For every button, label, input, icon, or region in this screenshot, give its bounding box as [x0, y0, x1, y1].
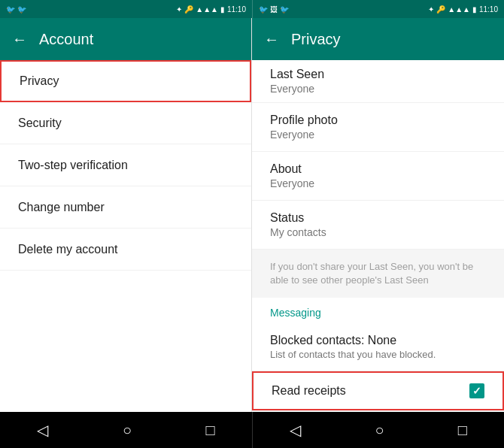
about-subtitle: Everyone [270, 177, 486, 189]
menu-item-two-step[interactable]: Two-step verification [0, 144, 251, 186]
menu-item-security[interactable]: Security [0, 102, 251, 144]
key-icon: 🔑 [184, 5, 193, 14]
left-status-bar: 🐦 🐦 ✦ 🔑 ▲▲▲ ▮ 11:10 [0, 0, 252, 18]
bluetooth-icon-2: ✦ [428, 5, 434, 14]
menu-item-delete-account[interactable]: Delete my account [0, 229, 251, 271]
right-home-nav-button[interactable]: ○ [369, 416, 390, 445]
last-seen-subtitle: Everyone [270, 83, 486, 95]
about-item[interactable]: About Everyone [252, 152, 504, 201]
right-header: ← Privacy [252, 18, 504, 60]
read-receipts-item[interactable]: Read receipts [252, 371, 504, 410]
left-bottom-nav: ◁ ○ □ [0, 412, 252, 448]
right-panel: ← Privacy Last Seen Everyone Profile pho… [252, 18, 504, 412]
signal-icon-2: ▲▲▲ [448, 5, 470, 14]
profile-photo-item[interactable]: Profile photo Everyone [252, 103, 504, 152]
twitter-icon-3: 🐦 [259, 5, 268, 14]
status-subtitle: My contacts [270, 226, 486, 238]
last-seen-item[interactable]: Last Seen Everyone [252, 60, 504, 103]
blocked-title: Blocked contacts: None [270, 334, 486, 347]
menu-item-two-step-label: Two-step verification [18, 159, 128, 172]
last-seen-info-text: If you don't share your Last Seen, you w… [270, 261, 473, 286]
twitter-icon: 🐦 [6, 5, 15, 14]
blocked-subtitle: List of contacts that you have blocked. [270, 349, 486, 360]
menu-item-privacy-label: Privacy [20, 74, 59, 88]
read-receipts-label: Read receipts [272, 384, 346, 398]
twitter-icon-2: 🐦 [17, 5, 26, 14]
left-status-right-icons: ✦ 🔑 ▲▲▲ ▮ 11:10 [176, 5, 246, 14]
left-header: ← Account [0, 18, 251, 60]
right-status-bar: 🐦 🖼 🐦 ✦ 🔑 ▲▲▲ ▮ 11:10 [252, 0, 504, 18]
right-recent-nav-button[interactable]: □ [452, 416, 473, 445]
profile-photo-title: Profile photo [270, 114, 486, 127]
messaging-label: Messaging [270, 307, 321, 319]
profile-photo-subtitle: Everyone [270, 129, 486, 141]
menu-item-privacy[interactable]: Privacy [0, 60, 251, 102]
right-status-icons: 🐦 🖼 🐦 [259, 5, 289, 14]
menu-item-delete-account-label: Delete my account [18, 243, 118, 256]
status-item[interactable]: Status My contacts [252, 201, 504, 250]
time-right: 11:10 [479, 5, 498, 14]
last-seen-title: Last Seen [270, 68, 486, 81]
battery-icon: ▮ [220, 5, 225, 14]
right-bottom-nav: ◁ ○ □ [252, 412, 504, 448]
left-panel: ← Account Privacy Security Two-step veri… [0, 18, 252, 412]
left-status-icons: 🐦 🐦 [6, 5, 26, 14]
last-seen-info: If you don't share your Last Seen, you w… [252, 250, 504, 298]
left-back-nav-button[interactable]: ◁ [31, 415, 54, 445]
left-home-nav-button[interactable]: ○ [117, 416, 138, 445]
right-panel-title: Privacy [291, 31, 341, 48]
about-title: About [270, 162, 486, 176]
read-receipts-checkbox[interactable] [469, 383, 484, 398]
left-recent-nav-button[interactable]: □ [200, 416, 221, 445]
right-content: Last Seen Everyone Profile photo Everyon… [252, 60, 504, 412]
menu-item-change-number-label: Change number [18, 201, 105, 214]
image-icon: 🖼 [270, 5, 278, 14]
left-back-button[interactable]: ← [12, 31, 27, 48]
menu-item-change-number[interactable]: Change number [0, 186, 251, 229]
right-back-nav-button[interactable]: ◁ [284, 415, 307, 445]
twitter-icon-4: 🐦 [280, 5, 289, 14]
menu-item-security-label: Security [18, 117, 62, 130]
bluetooth-icon: ✦ [176, 5, 182, 14]
key-icon-2: 🔑 [436, 5, 445, 14]
signal-icon: ▲▲▲ [196, 5, 218, 14]
right-back-button[interactable]: ← [264, 31, 279, 48]
messaging-section-header: Messaging [252, 298, 504, 323]
left-panel-title: Account [39, 31, 93, 48]
status-title: Status [270, 211, 486, 225]
left-menu: Privacy Security Two-step verification C… [0, 60, 251, 412]
blocked-contacts-item[interactable]: Blocked contacts: None List of contacts … [252, 323, 504, 371]
battery-icon-2: ▮ [472, 5, 477, 14]
right-status-right-icons: ✦ 🔑 ▲▲▲ ▮ 11:10 [428, 5, 498, 14]
time-left: 11:10 [227, 5, 246, 14]
